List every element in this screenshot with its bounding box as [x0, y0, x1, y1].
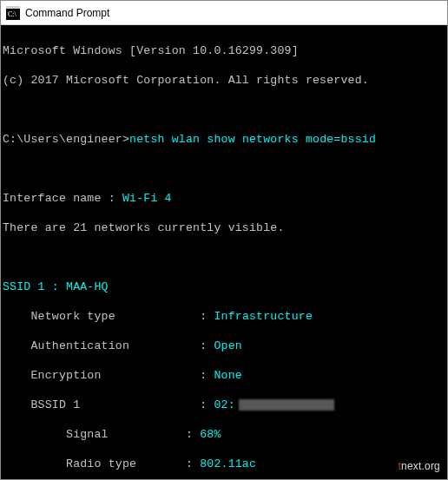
window-title: Command Prompt: [25, 7, 109, 19]
bssid1-radio-value: 802.11ac: [200, 457, 256, 471]
bssid1-signal-label: Signal :: [3, 427, 200, 442]
auth-value: Open: [214, 339, 241, 353]
cmd-icon: C:\: [6, 6, 20, 20]
copyright-line: (c) 2017 Microsoft Corporation. All righ…: [3, 73, 445, 88]
bssid1-value: 02:: [214, 398, 234, 412]
command-text: netsh wlan show networks mode=bssid: [129, 132, 376, 147]
bssid1-label: BSSID 1 :: [3, 398, 214, 412]
title-bar[interactable]: C:\ Command Prompt: [1, 1, 447, 25]
watermark-rest: next.org: [401, 460, 440, 472]
enc-label: Encryption :: [3, 368, 214, 383]
bssid1-signal-value: 68%: [200, 427, 221, 442]
os-version-line: Microsoft Windows [Version 10.0.16299.30…: [3, 43, 445, 58]
ssid-header: SSID 1 : MAA-HQ: [3, 279, 445, 294]
terminal-output[interactable]: Microsoft Windows [Version 10.0.16299.30…: [1, 25, 447, 479]
watermark: tnext.org: [398, 459, 440, 474]
network-type-label: Network type :: [3, 309, 214, 324]
network-type-value: Infrastructure: [214, 309, 313, 324]
interface-name: Wi-Fi 4: [122, 191, 172, 206]
svg-text:C:\: C:\: [8, 10, 17, 18]
bssid1-mac-redacted: [239, 399, 334, 411]
interface-label: Interface name :: [3, 191, 122, 206]
enc-value: None: [214, 368, 241, 383]
bssid1-radio-label: Radio type :: [3, 457, 200, 471]
command-prompt-window: C:\ Command Prompt Microsoft Windows [Ve…: [0, 0, 448, 480]
networks-visible-line: There are 21 networks currently visible.: [3, 220, 445, 235]
svg-rect-1: [6, 6, 20, 9]
auth-label: Authentication :: [3, 339, 214, 353]
prompt-path: C:\Users\engineer>: [3, 132, 129, 147]
